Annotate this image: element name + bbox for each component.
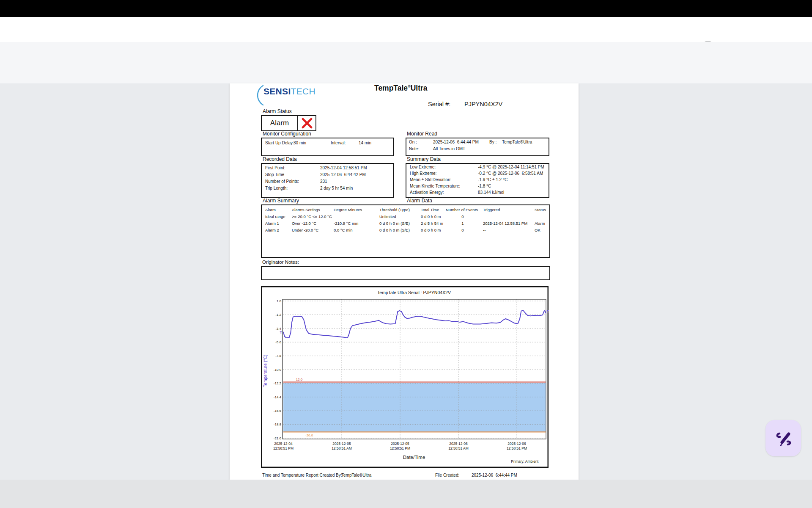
svg-text:-16.6: -16.6 [274, 409, 282, 413]
alarm-table-header: Number of Events [446, 207, 478, 212]
alarm-summary-title: Alarm Summary [263, 198, 299, 204]
alarm-table-cell: Alarm 1 [265, 221, 279, 226]
alarm-table-cell: Over -12.0 °C [292, 221, 316, 226]
alarm-table-cell: 0.0 °C min [334, 228, 352, 232]
alarm-table-cell: Unlimited [379, 214, 396, 219]
field-label: Start Up Delay: [265, 141, 294, 145]
monitor-read-box: On : 2025-12-06 6:44:44 PM By : TempTale… [406, 138, 549, 156]
alarm-x-icon [297, 116, 315, 130]
alarm-table-cell: >=-20.0 °C <=-12.0 °C [292, 214, 332, 219]
footer-file-created-label: File Created: [435, 473, 459, 478]
field-label: Note: [409, 146, 419, 151]
field-label: By : [489, 140, 497, 144]
serial-value: PJPYN04X2V [464, 101, 502, 108]
originator-notes-label: Originator Notes: [262, 260, 299, 265]
stylus-pen-icon [774, 428, 793, 448]
svg-text:1.0: 1.0 [277, 299, 282, 303]
field-value: 30 min [294, 141, 306, 145]
field-value: 2025-12-06 6:44:44 PM [433, 140, 479, 144]
data-row: Number of Points:231 [262, 179, 393, 185]
alarm-status-value: Alarm [262, 116, 297, 130]
alarm-table-header: Status [535, 207, 546, 212]
alarm-table-cell: 0 [446, 228, 480, 232]
field-value: All Times in GMT [433, 146, 465, 151]
chart-canvas: 1.0-1.2-3.4-5.6-7.8-10.0-12.2-14.4-16.6-… [261, 286, 549, 468]
data-row: Low Extreme:-4.9 °C @ 2025-12-04 11:14:5… [406, 165, 549, 171]
svg-text:2025-12-04: 2025-12-04 [274, 442, 293, 446]
svg-text:2025-12-05: 2025-12-05 [391, 442, 409, 446]
svg-text:12:58:51 PM: 12:58:51 PM [273, 446, 294, 450]
svg-text:-7.8: -7.8 [275, 354, 281, 358]
alarm-table-cell: 1 [446, 221, 480, 226]
y-axis-label: Temperature (°C) [263, 355, 268, 387]
field-value: TempTale®Ultra [502, 140, 532, 144]
chart-legend: Primary: Ambient [511, 459, 538, 464]
annotate-fab[interactable] [765, 420, 801, 456]
alarm-table-header: Alarms Settings [292, 207, 320, 212]
monitor-read-title: Monitor Read [407, 131, 437, 137]
alarm-table-cell: -- [483, 228, 486, 232]
originator-notes-box [261, 266, 550, 280]
svg-text:-21.0: -21.0 [274, 436, 282, 440]
svg-text:12:58:51 PM: 12:58:51 PM [390, 446, 410, 450]
chart-title: TempTale Ultra Serial : PJPYN04X2V [377, 290, 451, 295]
data-row: High Extreme:-0.2 °C @ 2025-12-06 6:58:5… [406, 171, 549, 177]
alarm-table-cell: 0 d 0 h 0 m (S/E) [379, 221, 410, 226]
footer-created-by-value: TempTale®Ultra [341, 473, 371, 478]
alarm-table-cell: 0 d 0 h 0 m (S/E) [379, 228, 410, 232]
svg-text:-12.2: -12.2 [274, 381, 282, 385]
alarm-table-header: Threshold (Type) [379, 207, 410, 212]
svg-text:T: T [547, 309, 549, 314]
svg-text:-1.2: -1.2 [275, 313, 281, 317]
product-title: TempTale®Ultra [374, 84, 428, 93]
data-row: Stop Time2025-12-06 6:44:42 PM [262, 172, 393, 178]
alarm-table-cell: Under -20.0 °C [292, 228, 318, 232]
alarm-table-cell: 0 [446, 214, 480, 219]
alarm-table-cell: -210.9 °C min [334, 221, 358, 226]
sensitech-logo: SENSITECH [263, 86, 315, 97]
data-row: First Point:2025-12-04 12:58:51 PM [262, 166, 393, 171]
footer-file-created-value: 2025-12-06 6:44:44 PM [472, 473, 517, 478]
summary-data-title: Summary Data [407, 156, 441, 162]
svg-text:2025-12-06: 2025-12-06 [449, 442, 468, 446]
alarm-table-cell: Ideal range [265, 214, 285, 219]
brand-text-bold: SENSI [263, 86, 291, 96]
alarm-table-header: Alarm [265, 207, 276, 212]
field-label: Interval: [331, 141, 346, 145]
data-row: Mean ± Std Deviation:-1.9 °C ± 1.2 °C [406, 177, 549, 183]
alarm-table-cell: Alarm 2 [265, 228, 279, 232]
svg-text:2025-12-05: 2025-12-05 [332, 442, 351, 446]
alarm-table-header: Degree Minutes [334, 207, 362, 212]
monitor-configuration-box: Start Up Delay: 30 min Interval: 14 min [261, 138, 394, 156]
svg-text:12:58:51 PM: 12:58:51 PM [507, 446, 527, 450]
alarm-table: AlarmAlarms SettingsDegree MinutesThresh… [261, 204, 550, 258]
brand-text-light: TECH [291, 86, 315, 96]
svg-text:2025-12-06: 2025-12-06 [508, 442, 526, 446]
pdf-scroll-area[interactable]: SENSITECH TempTale®Ultra Serial #: PJPYN… [0, 83, 812, 480]
data-row: Activation Energy:83.144 kJ/mol [406, 190, 549, 196]
svg-text:-14.4: -14.4 [274, 395, 282, 399]
recorded-data-box: First Point:2025-12-04 12:58:51 PMStop T… [261, 163, 394, 198]
alarm-table-cell: -- [483, 214, 486, 219]
svg-text:12:58:51 AM: 12:58:51 AM [448, 446, 469, 450]
temperature-chart: 1.0-1.2-3.4-5.6-7.8-10.0-12.2-14.4-16.6-… [261, 286, 549, 468]
data-row: Mean Kinetic Temperature:-1.8 °C [406, 184, 549, 190]
svg-text:-18.8: -18.8 [274, 422, 282, 426]
serial-label: Serial #: [428, 101, 450, 108]
monitor-configuration-title: Monitor Configuration [263, 131, 311, 137]
svg-text:-20.0: -20.0 [305, 433, 313, 437]
alarm-table-cell: OK [535, 228, 540, 232]
alarm-table-header: Triggered [483, 207, 500, 212]
summary-data-box: Low Extreme:-4.9 °C @ 2025-12-04 11:14:5… [406, 163, 549, 198]
svg-text:-12.0: -12.0 [295, 378, 303, 381]
alarm-table-cell: Alarm [535, 221, 545, 226]
data-row: Trip Length:2 day 5 hr 54 min [262, 186, 393, 192]
status-bar [0, 0, 812, 17]
x-axis-label: Date/Time [403, 455, 425, 460]
svg-text:12:58:51 AM: 12:58:51 AM [332, 446, 352, 450]
svg-text:T: T [280, 330, 283, 334]
field-label: On : [409, 140, 417, 144]
alarm-table-cell: 2 d 5 h 54 m [421, 221, 443, 226]
window-title-bar [0, 17, 812, 42]
pdf-viewer-header: PJPYN04X2V_0.pdf [0, 42, 812, 84]
